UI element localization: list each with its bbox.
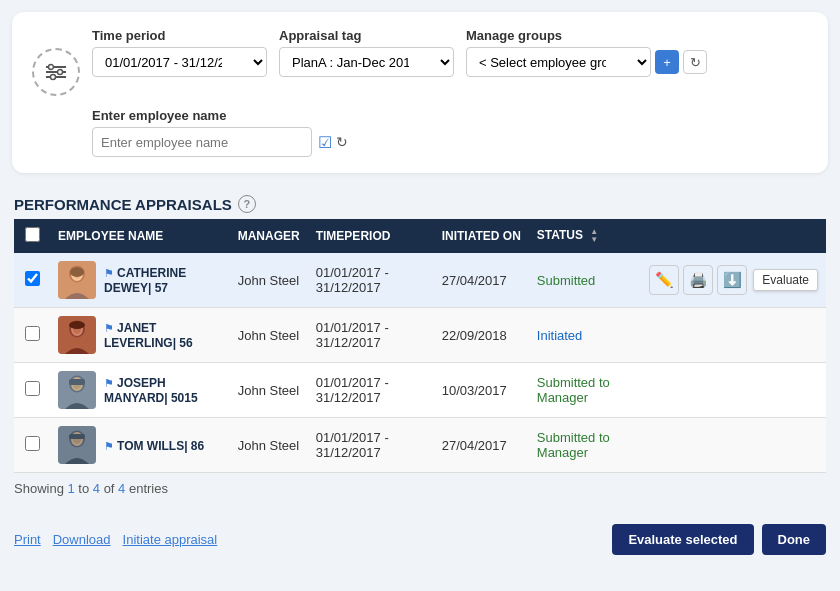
employee-flag-icon[interactable]: ⚑ [104,440,117,452]
initiated-on-cell: 27/04/2017 [434,253,529,308]
employee-cell: ⚑ JOSEPH MANYARD| 5015 [58,371,222,409]
table-row: ⚑ CATHERINE DEWEY| 57John Steel01/01/201… [14,253,826,308]
row-checkbox[interactable] [25,381,40,396]
timeperiod-cell: 01/01/2017 - 31/12/2017 [308,418,434,473]
row-checkbox[interactable] [25,326,40,341]
employee-cell: ⚑ TOM WILLS| 86 [58,426,222,464]
manager-cell: John Steel [230,418,308,473]
download-row-button[interactable]: ⬇️ [717,265,747,295]
footer-links: Print Download Initiate appraisal [14,532,217,547]
col-initiated-on: INITIATED ON [434,219,529,253]
employee-flag-icon[interactable]: ⚑ [104,267,117,279]
check-refresh-row: ☑ ↻ [318,133,348,152]
footer-bar: Print Download Initiate appraisal Evalua… [0,510,840,569]
employee-name: TOM WILLS| 86 [117,439,204,453]
select-all-checkbox[interactable] [25,227,40,242]
initiate-appraisal-button[interactable]: Initiate appraisal [123,532,218,547]
refresh-groups-button[interactable]: ↻ [683,50,707,74]
status-cell: Submitted [529,253,641,308]
table-row: ⚑ JANET LEVERLING| 56John Steel01/01/201… [14,308,826,363]
filter-panel: Time period 01/01/2017 - 31/12/2017 Appr… [12,12,828,173]
manage-groups-select[interactable]: < Select employee group > [466,47,651,77]
filter-icon [32,48,80,96]
employee-name-row: ☑ ↻ [92,127,808,157]
initiated-on-cell: 22/09/2018 [434,308,529,363]
initiated-on-cell: 27/04/2017 [434,418,529,473]
filter-icon-wrap [32,28,80,96]
showing-text: Showing 1 to 4 of 4 entries [0,473,840,504]
actions-cell [641,363,826,418]
evaluate-selected-button[interactable]: Evaluate selected [612,524,753,555]
employee-flag-icon[interactable]: ⚑ [104,322,117,334]
employee-name-cell: ⚑ TOM WILLS| 86 [50,418,230,473]
col-employee-name: EMPLOYEE NAME [50,219,230,253]
manager-cell: John Steel [230,253,308,308]
employee-name-cell: ⚑ CATHERINE DEWEY| 57 [50,253,230,308]
appraisal-tag-group: Appraisal tag PlanA : Jan-Dec 2017 [279,28,454,77]
svg-point-4 [58,70,63,75]
status-sort-icon[interactable]: ▲▼ [590,228,598,244]
employee-flag-icon[interactable]: ⚑ [104,377,117,389]
employee-name-cell: ⚑ JANET LEVERLING| 56 [50,308,230,363]
print-row-button[interactable]: 🖨️ [683,265,713,295]
add-group-button[interactable]: + [655,50,679,74]
row-checkbox-cell [14,418,50,473]
action-icons: ✏️🖨️⬇️Evaluate [649,265,818,295]
svg-point-15 [69,321,85,329]
print-button[interactable]: Print [14,532,41,547]
status-cell: Initiated [529,308,641,363]
employee-name-wrap: ⚑ JOSEPH MANYARD| 5015 [104,375,222,405]
employee-name-group: Enter employee name ☑ ↻ [92,108,808,157]
employee-name: JOSEPH MANYARD| 5015 [104,376,198,405]
refresh-employee-icon[interactable]: ↻ [336,134,348,150]
employee-cell: ⚑ CATHERINE DEWEY| 57 [58,261,222,299]
col-checkbox [14,219,50,253]
avatar [58,371,96,409]
actions-cell [641,308,826,363]
row-checkbox[interactable] [25,436,40,451]
appraisals-table: EMPLOYEE NAME MANAGER TIMEPERIOD INITIAT… [14,219,826,473]
row-checkbox-cell [14,363,50,418]
edit-button[interactable]: ✏️ [649,265,679,295]
appraisal-tag-select[interactable]: PlanA : Jan-Dec 2017 [279,47,454,77]
done-button[interactable]: Done [762,524,827,555]
employee-name-wrap: ⚑ TOM WILLS| 86 [104,438,204,453]
manage-groups-label: Manage groups [466,28,707,43]
timeperiod-cell: 01/01/2017 - 31/12/2017 [308,363,434,418]
time-period-group: Time period 01/01/2017 - 31/12/2017 [92,28,267,77]
time-period-select[interactable]: 01/01/2017 - 31/12/2017 [92,47,267,77]
download-button[interactable]: Download [53,532,111,547]
employee-cell: ⚑ JANET LEVERLING| 56 [58,316,222,354]
actions-cell [641,418,826,473]
footer-actions: Evaluate selected Done [612,524,826,555]
time-period-label: Time period [92,28,267,43]
svg-rect-20 [69,379,85,385]
avatar [58,261,96,299]
employee-name-wrap: ⚑ CATHERINE DEWEY| 57 [104,265,222,295]
col-status: STATUS ▲▼ [529,219,641,253]
svg-rect-25 [69,434,85,439]
row-checkbox[interactable] [25,271,40,286]
section-title-text: PERFORMANCE APPRAISALS [14,196,232,213]
avatar [58,316,96,354]
initiated-on-cell: 10/03/2017 [434,363,529,418]
col-manager: MANAGER [230,219,308,253]
employee-name-wrap: ⚑ JANET LEVERLING| 56 [104,320,222,350]
employee-name: JANET LEVERLING| 56 [104,321,193,350]
timeperiod-cell: 01/01/2017 - 31/12/2017 [308,253,434,308]
confirm-employee-icon[interactable]: ☑ [318,133,332,152]
col-timeperiod: TIMEPERIOD [308,219,434,253]
row-checkbox-cell [14,308,50,363]
employee-name-input[interactable] [92,127,312,157]
employee-name-label: Enter employee name [92,108,808,123]
section-title: PERFORMANCE APPRAISALS ? [0,185,840,219]
svg-point-5 [51,75,56,80]
table-row: ⚑ JOSEPH MANYARD| 5015John Steel01/01/20… [14,363,826,418]
help-icon[interactable]: ? [238,195,256,213]
evaluate-tooltip[interactable]: Evaluate [753,269,818,291]
col-actions [641,219,826,253]
manage-groups-row: < Select employee group > + ↻ [466,47,707,77]
manage-groups-group: Manage groups < Select employee group > … [466,28,707,77]
svg-point-3 [49,65,54,70]
status-cell: Submitted to Manager [529,418,641,473]
